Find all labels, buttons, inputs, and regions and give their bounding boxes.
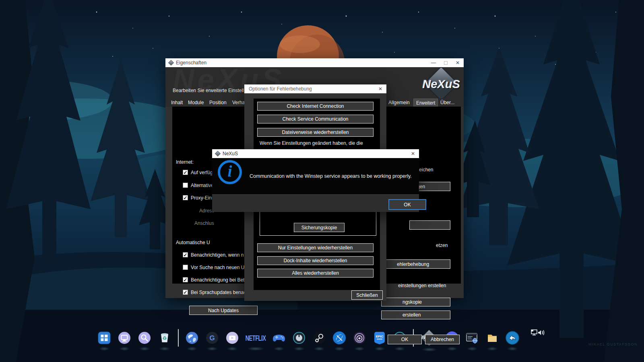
tab-position[interactable]: Position <box>207 99 229 107</box>
dock-item-folder[interactable] <box>485 330 499 346</box>
right-fragment-button-3[interactable]: ngskopie <box>381 298 450 306</box>
checkbox-label: Benachrichtigung bei Bet <box>191 277 244 283</box>
right-fragment-button-partial[interactable] <box>409 220 450 230</box>
checkbox[interactable]: ✓ <box>183 170 188 175</box>
checkbox[interactable]: ✓ <box>183 252 188 257</box>
header-description: Bearbeiten Sie erweiterte Einstell <box>173 88 244 93</box>
dock-item-battle-net[interactable] <box>332 330 346 346</box>
section-updates: Automatische U <box>176 240 210 245</box>
svg-text:G: G <box>209 334 215 342</box>
nexus-info-titlebar[interactable]: NeXuS ✕ <box>212 149 419 158</box>
checkbox-row-language-updates[interactable]: ✓ Bei Sprachupdates benac <box>183 289 246 295</box>
close-icon[interactable]: ✕ <box>407 149 419 158</box>
info-icon: i <box>218 160 242 184</box>
desktop: MIKAEL GUSTAFSSON <box>0 0 644 362</box>
dock-item-my-computer[interactable] <box>118 330 131 346</box>
app-diamond-icon <box>168 60 174 66</box>
checkbox[interactable]: ✓ <box>183 265 188 270</box>
restore-all-button[interactable]: Alles wiederherstellen <box>257 269 374 278</box>
youtube-icon <box>226 331 239 344</box>
dock-item-netflix[interactable]: NETFLIX <box>246 330 266 346</box>
maximize-icon[interactable] <box>440 58 452 67</box>
epic-games-icon: EPIC <box>374 331 386 344</box>
dock-divider <box>178 329 179 347</box>
dock-item-back-arrow[interactable] <box>506 330 519 346</box>
right-fragment-button-4[interactable]: erstellen <box>381 311 450 319</box>
dock-item-power-app[interactable] <box>292 330 306 346</box>
tab-allgemein[interactable]: Allgemein <box>386 99 412 107</box>
check-icon: ✓ <box>183 171 187 175</box>
dock-item-google[interactable]: G <box>205 330 219 346</box>
tab-ueber[interactable]: Über... <box>438 99 457 107</box>
restore-dock-contents-button[interactable]: Dock-Inhalte wiederherstellen <box>257 256 374 265</box>
battle-net-icon <box>332 331 346 345</box>
checkbox[interactable]: ✓ <box>183 195 188 200</box>
restore-settings-only-button[interactable]: Nur Einstellungen wiederherstellen <box>257 243 374 252</box>
check-icon: ✓ <box>183 290 187 294</box>
tray-network-audio[interactable] <box>530 328 546 340</box>
tab-module[interactable]: Module <box>186 99 206 107</box>
window-title: Eigenschaften <box>176 60 206 66</box>
checkbox-label: Vor Suche nach neuen U <box>191 265 244 270</box>
dock-item-recycle-bin[interactable]: ♻ <box>158 330 171 346</box>
dialog-footer: OK <box>212 194 419 212</box>
right-fragment-button-2[interactable]: ehlerbehebung <box>381 259 450 269</box>
check-icon: ✓ <box>183 278 187 282</box>
ok-button[interactable]: OK <box>388 335 422 344</box>
properties-titlebar[interactable]: Eigenschaften — ✕ <box>165 58 464 67</box>
check-icon: ✓ <box>183 253 187 257</box>
check-internet-button[interactable]: Check Internet Connection <box>257 102 374 111</box>
right-fragment-text-3: einstellungen erstellen <box>398 283 446 288</box>
game-controller-icon <box>272 331 286 344</box>
globe-icon <box>186 331 198 344</box>
minimize-icon[interactable]: — <box>427 58 440 67</box>
checkbox-row-proxy[interactable]: ✓ Proxy-Eins <box>183 195 214 201</box>
check-updates-button[interactable]: Nach Updates <box>189 306 258 315</box>
nexus-logo-text: NeXuS <box>421 78 461 91</box>
dock-item-browser-globe[interactable] <box>185 330 199 346</box>
checkbox-row-notify-beta[interactable]: ✓ Benachrichtigung bei Bet <box>183 277 244 283</box>
windows-start-icon <box>98 331 111 344</box>
check-service-button[interactable]: Check Service Communication <box>257 115 374 123</box>
tab-erweitert[interactable]: Erweitert <box>413 99 438 107</box>
nexus-info-dialog: NeXuS ✕ i Communication with the Winstep… <box>212 149 419 212</box>
artist-watermark: MIKAEL GUSTAFSSON <box>588 342 638 346</box>
dock-item-search[interactable] <box>138 330 151 346</box>
dock-item-windows-start[interactable] <box>97 330 111 346</box>
backup-button[interactable]: Sicherungskopie <box>294 223 345 232</box>
dock-item-steam[interactable] <box>312 330 326 346</box>
google-icon: G <box>206 331 219 344</box>
dock-item-epic-games[interactable]: EPIC <box>373 330 386 346</box>
restore-file-references-button[interactable]: Dateiverweise wiederherstellen <box>257 128 374 137</box>
checkbox-row-notify[interactable]: ✓ Benachrichtigen, wenn n <box>183 252 244 258</box>
right-fragment-text-2: etzen <box>436 243 448 248</box>
checkbox[interactable]: ✓ <box>183 183 188 188</box>
close-icon[interactable]: ✕ <box>374 84 386 93</box>
back-arrow-icon <box>506 331 519 345</box>
ok-button[interactable]: OK <box>389 200 426 210</box>
section-internet: Internet: <box>176 159 194 165</box>
port-label: Anschlus <box>194 220 214 226</box>
tab-inhalt[interactable]: Inhalt <box>169 99 185 107</box>
dock-item-ubisoft[interactable] <box>353 330 366 346</box>
dock-item-game-controller[interactable] <box>272 330 286 346</box>
app-diamond-icon <box>215 151 221 156</box>
troubleshoot-titlebar[interactable]: Optionen für Fehlerbehebung ✕ <box>244 84 386 93</box>
cancel-button[interactable]: Abbrechen <box>425 335 460 344</box>
backup-group-box: Sicherungskopie <box>260 210 376 236</box>
folder-icon <box>486 331 499 344</box>
close-dialog-button[interactable]: Schließen <box>351 290 383 300</box>
dock-item-youtube[interactable] <box>225 330 239 346</box>
close-icon[interactable]: ✕ <box>452 58 464 67</box>
dock-item-web-window[interactable] <box>465 330 479 346</box>
checkbox-row-ask-before-search[interactable]: ✓ Vor Suche nach neuen U <box>183 264 244 270</box>
computer-icon <box>118 331 131 344</box>
checkbox[interactable]: ✓ <box>183 290 188 295</box>
svg-text:♻: ♻ <box>163 335 167 341</box>
checkbox[interactable]: ✓ <box>183 277 188 282</box>
message-text: Communication with the Winstep service a… <box>250 173 412 179</box>
ubisoft-icon <box>353 331 366 344</box>
steam-icon <box>313 331 326 344</box>
nexus-logo: NeXuS <box>421 67 461 101</box>
power-icon <box>293 331 305 344</box>
